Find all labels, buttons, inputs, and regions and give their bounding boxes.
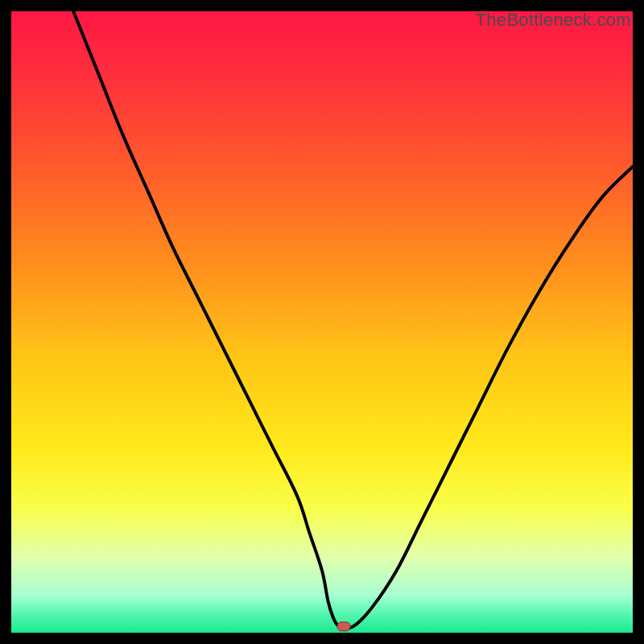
optimal-point-marker — [337, 622, 350, 631]
gradient-background — [11, 11, 633, 633]
watermark-text: TheBottleneck.com — [476, 10, 631, 31]
chart-svg — [11, 11, 633, 633]
chart-plot-area: TheBottleneck.com — [11, 11, 633, 633]
chart-frame: TheBottleneck.com — [0, 0, 644, 644]
